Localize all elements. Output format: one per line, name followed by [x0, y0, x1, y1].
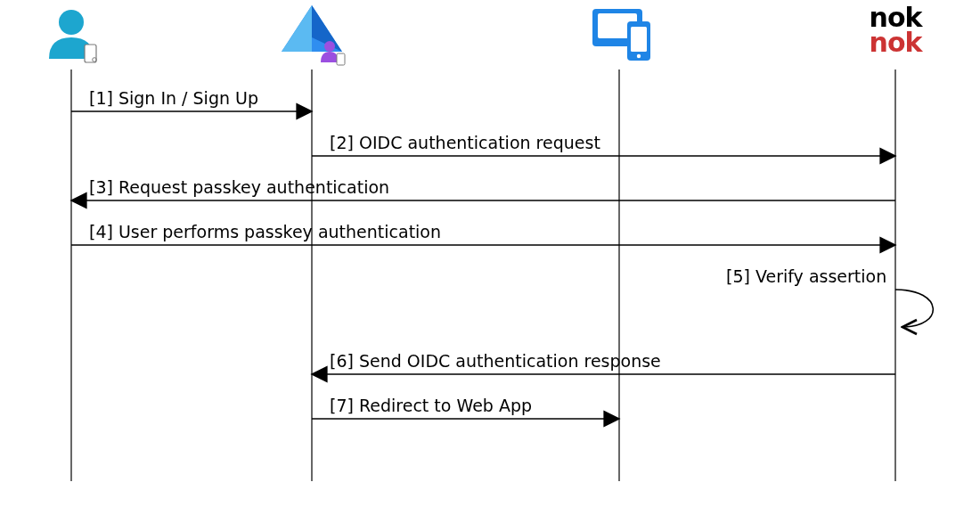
message-arrows: [1] Sign In / Sign Up[2] OIDC authentica…: [71, 88, 933, 419]
message-6: [6] Send OIDC authentication response: [312, 351, 895, 374]
svg-point-6: [324, 41, 335, 52]
message-label: [4] User performs passkey authentication: [89, 222, 441, 241]
svg-text:nok: nok: [870, 27, 924, 58]
message-label: [2] OIDC authentication request: [330, 133, 600, 152]
message-2: [2] OIDC authentication request: [312, 133, 895, 156]
svg-rect-11: [631, 27, 647, 52]
message-label: [6] Send OIDC authentication response: [330, 351, 661, 371]
svg-point-12: [637, 54, 641, 58]
svg-rect-1: [85, 45, 96, 62]
identity-provider-icon: [282, 5, 345, 65]
message-3: [3] Request passkey authentication: [71, 177, 895, 200]
message-label: [5] Verify assertion: [726, 266, 886, 286]
message-label: [3] Request passkey authentication: [89, 177, 389, 197]
svg-point-0: [59, 10, 84, 35]
message-4: [4] User performs passkey authentication: [71, 222, 895, 245]
noknok-logo: nok nok: [870, 2, 924, 58]
device-icon: [592, 9, 650, 61]
message-label: [7] Redirect to Web App: [330, 396, 532, 415]
svg-rect-7: [337, 53, 345, 65]
svg-marker-4: [282, 5, 312, 52]
user-icon: [49, 10, 96, 62]
message-7: [7] Redirect to Web App: [312, 396, 619, 419]
message-label: [1] Sign In / Sign Up: [89, 88, 258, 108]
message-5: [5] Verify assertion: [726, 266, 933, 327]
message-1: [1] Sign In / Sign Up: [71, 88, 312, 111]
sequence-diagram: nok nok [1] Sign In / Sign Up[2] OIDC au…: [0, 0, 980, 515]
